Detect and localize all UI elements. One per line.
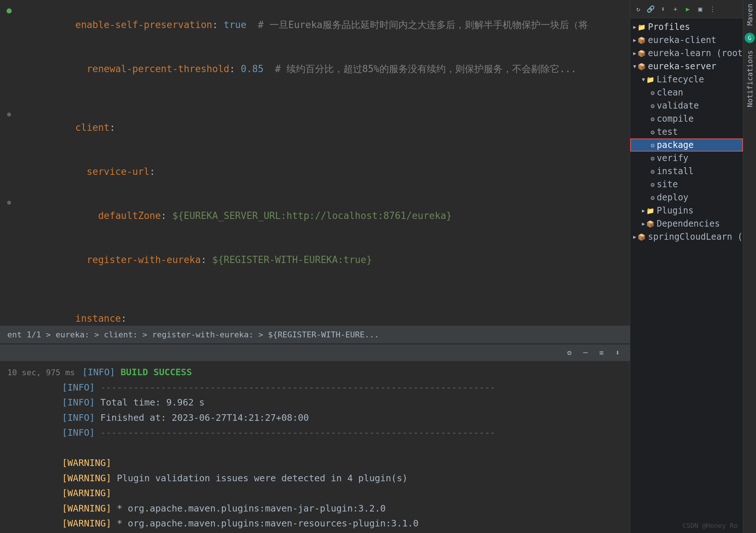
gear-icon-verify: ⚙ — [651, 154, 655, 162]
time-label: 10 sec, 975 ms — [7, 367, 75, 379]
folder-icon-profiles: 📁 — [638, 23, 646, 31]
terminal-line-warn5: [WARNING] * org.apache.maven.plugins:mav… — [0, 516, 630, 531]
tree-item-deploy[interactable]: ⚙ deploy — [630, 191, 743, 204]
maven-panel: ↻ 🔗 ⬇ + ▶ ▣ ⋮ ▶ 📁 Profiles ▶ 📦 eureka-cl… — [630, 0, 743, 533]
code-line-client: ● client: — [0, 106, 630, 150]
line-content-1: enable-self-preservation: true # 一旦Eurek… — [18, 3, 623, 47]
edge-label-notifications[interactable]: Notifications — [745, 50, 754, 107]
module-icon-springcloudlearn: 📦 — [638, 233, 646, 241]
compile-label: compile — [657, 114, 694, 124]
lifecycle-label: Lifecycle — [656, 74, 704, 85]
clean-label: clean — [657, 87, 683, 98]
edge-panel: Maven G Notifications — [743, 0, 756, 533]
chevron-springcloudlearn: ▶ — [633, 234, 636, 240]
code-content: enable-self-preservation: true # 一旦Eurek… — [0, 0, 630, 325]
module-icon-eureka-server: 📦 — [638, 63, 646, 70]
terminal-content: 10 sec, 975 ms [INFO] BUILD SUCCESS [INF… — [0, 361, 630, 533]
chevron-dependencies: ▶ — [642, 221, 645, 227]
info-tag-1: [INFO] — [82, 365, 115, 379]
tree-item-validate[interactable]: ⚙ validate — [630, 99, 743, 112]
status-bar: ent 1/1 > eureka: > client: > register-w… — [0, 325, 630, 344]
line-content-e1 — [18, 91, 623, 106]
code-line-2: renewal-percent-threshold: 0.85 # 续约百分比，… — [0, 47, 630, 91]
tree-item-test[interactable]: ⚙ test — [630, 125, 743, 138]
code-line-instance: instance: — [0, 297, 630, 325]
tree-item-site[interactable]: ⚙ site — [630, 178, 743, 191]
line-content-serviceurl: service-url: — [18, 150, 623, 194]
maven-tree: ▶ 📁 Profiles ▶ 📦 eureka-client ▶ 📦 eurek… — [630, 18, 743, 533]
terminal-line-dash2: [INFO] ---------------------------------… — [0, 425, 630, 440]
window-icon[interactable]: ▣ — [695, 4, 705, 14]
settings-icon[interactable]: ⚙ — [564, 348, 574, 358]
gear-icon-validate: ⚙ — [651, 102, 655, 110]
edge-label-maven[interactable]: Maven — [745, 4, 754, 26]
build-success: BUILD SUCCESS — [115, 365, 192, 379]
site-label: site — [657, 179, 678, 189]
chevron-profiles: ▶ — [633, 24, 636, 30]
maven-toolbar: ↻ 🔗 ⬇ + ▶ ▣ ⋮ — [630, 0, 743, 18]
chevron-eureka-client: ▶ — [633, 37, 636, 43]
terminal-line-finishedat: [INFO] Finished at: 2023-06-27T14:21:27+… — [0, 410, 630, 426]
package-label: package — [657, 140, 694, 150]
gear-icon-site: ⚙ — [651, 181, 655, 188]
run-icon[interactable]: ▶ — [683, 4, 693, 14]
breadcrumb: ent 1/1 > eureka: > client: > register-w… — [7, 330, 379, 339]
plugins-label: Plugins — [656, 205, 693, 216]
verify-label: verify — [657, 153, 689, 163]
gear-icon-deploy: ⚙ — [651, 194, 655, 201]
tree-item-verify[interactable]: ⚙ verify — [630, 152, 743, 165]
eureka-learn-label: eureka-learn (root) — [648, 48, 743, 58]
folder-icon-plugins: 📁 — [646, 207, 654, 215]
download-terminal-icon[interactable]: ⬇ — [612, 348, 623, 358]
code-line-defaultzone: ● defaultZone: ${EUREKA_SERVER_URL:http:… — [0, 194, 630, 238]
dot-icon: ● — [7, 109, 11, 119]
code-line-empty2 — [0, 282, 630, 297]
chatgpt-icon[interactable]: G — [745, 33, 755, 43]
filter-icon[interactable]: ≡ — [596, 348, 607, 358]
key-preservation: enable-self-preservation — [75, 19, 213, 30]
line-content-client: client: — [18, 106, 623, 150]
module-icon-eureka-learn: 📦 — [638, 50, 646, 57]
tree-item-package[interactable]: ⚙ package — [630, 138, 743, 152]
chevron-plugins: ▶ — [642, 208, 645, 213]
line-content-defaultzone: defaultZone: ${EUREKA_SERVER_URL:http://… — [18, 194, 623, 238]
code-line-serviceurl: service-url: — [0, 150, 630, 194]
minimize-icon[interactable]: ─ — [580, 348, 591, 358]
tree-item-clean[interactable]: ⚙ clean — [630, 86, 743, 99]
profiles-label: Profiles — [648, 22, 690, 32]
terminal-line-warn1: [WARNING] — [0, 455, 630, 471]
code-line-register: register-with-eureka: ${REGISTER-WITH-EU… — [0, 238, 630, 282]
tree-item-plugins[interactable]: ▶ 📁 Plugins — [630, 204, 743, 217]
refresh-icon[interactable]: ↻ — [633, 4, 643, 14]
terminal-line-warn2: [WARNING] Plugin validation issues were … — [0, 471, 630, 486]
gutter-1 — [4, 8, 15, 13]
tree-item-lifecycle[interactable]: ▼ 📁 Lifecycle — [630, 73, 743, 86]
terminal-line-warn3: [WARNING] — [0, 486, 630, 501]
dot-icon-dz: ● — [7, 197, 11, 207]
terminal-panel: ⚙ ─ ≡ ⬇ 10 sec, 975 ms [INFO] BUILD SUCC… — [0, 344, 630, 533]
terminal-line-empty1 — [0, 440, 630, 456]
add-icon[interactable]: + — [670, 4, 681, 14]
terminal-line-warn4: [WARNING] * org.apache.maven.plugins:mav… — [0, 501, 630, 516]
tree-item-dependencies[interactable]: ▶ 📦 Dependencies — [630, 217, 743, 230]
check-icon — [7, 8, 12, 13]
chevron-eureka-learn: ▶ — [633, 50, 636, 56]
tree-item-eureka-server[interactable]: ▼ 📦 eureka-server — [630, 60, 743, 73]
tree-item-springcloudlearn[interactable]: ▶ 📦 springCloudLearn (root) — [630, 230, 743, 243]
tree-item-profiles[interactable]: ▶ 📁 Profiles — [630, 20, 743, 34]
tree-item-compile[interactable]: ⚙ compile — [630, 112, 743, 125]
line-content-e2 — [18, 282, 623, 297]
download-icon[interactable]: ⬇ — [658, 4, 668, 14]
line-content-2: renewal-percent-threshold: 0.85 # 续约百分比，… — [18, 47, 623, 91]
chevron-lifecycle: ▼ — [642, 77, 645, 82]
tree-item-eureka-learn[interactable]: ▶ 📦 eureka-learn (root) — [630, 47, 743, 60]
terminal-toolbar: ⚙ ─ ≡ ⬇ — [0, 344, 630, 361]
tree-item-eureka-client[interactable]: ▶ 📦 eureka-client — [630, 34, 743, 47]
line-content-register: register-with-eureka: ${REGISTER-WITH-EU… — [18, 238, 623, 282]
more-icon[interactable]: ⋮ — [708, 4, 718, 14]
link-icon[interactable]: 🔗 — [646, 4, 656, 14]
module-icon-eureka-client: 📦 — [638, 36, 646, 44]
tree-item-install[interactable]: ⚙ install — [630, 165, 743, 178]
eureka-client-label: eureka-client — [648, 35, 716, 45]
gear-icon-install: ⚙ — [651, 168, 655, 175]
